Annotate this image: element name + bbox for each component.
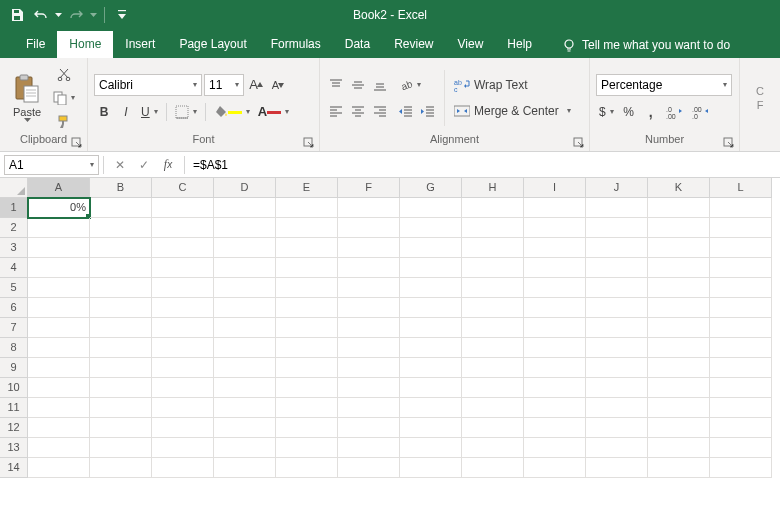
cell[interactable] (400, 258, 462, 278)
format-painter-button[interactable] (50, 112, 78, 132)
column-header[interactable]: K (648, 178, 710, 198)
cell[interactable] (152, 258, 214, 278)
cell[interactable] (152, 358, 214, 378)
cell[interactable] (400, 378, 462, 398)
cell[interactable] (28, 238, 90, 258)
cell[interactable] (710, 198, 772, 218)
cell[interactable] (28, 338, 90, 358)
cell[interactable] (710, 378, 772, 398)
column-header[interactable]: F (338, 178, 400, 198)
cell[interactable] (276, 318, 338, 338)
cell[interactable] (28, 458, 90, 478)
row-header[interactable]: 2 (0, 218, 28, 238)
cell[interactable] (710, 258, 772, 278)
align-left-button[interactable] (326, 101, 346, 121)
increase-decimal-button[interactable]: .0.00 (663, 102, 687, 122)
cell[interactable] (152, 378, 214, 398)
row-header[interactable]: 13 (0, 438, 28, 458)
increase-indent-button[interactable] (418, 101, 438, 121)
cell[interactable] (400, 458, 462, 478)
italic-button[interactable]: I (116, 102, 136, 122)
column-header[interactable]: A (28, 178, 90, 198)
cell[interactable] (90, 398, 152, 418)
cell[interactable] (648, 338, 710, 358)
cell[interactable] (214, 438, 276, 458)
cell[interactable] (524, 298, 586, 318)
bold-button[interactable]: B (94, 102, 114, 122)
cell[interactable] (524, 258, 586, 278)
increase-font-button[interactable]: A (246, 75, 266, 95)
cell[interactable] (276, 218, 338, 238)
cell[interactable] (524, 278, 586, 298)
cell[interactable] (648, 238, 710, 258)
qat-customize-dropdown[interactable] (111, 3, 133, 27)
cell[interactable] (648, 378, 710, 398)
row-header[interactable]: 11 (0, 398, 28, 418)
merge-center-button[interactable]: Merge & Center▾ (451, 101, 581, 121)
cell[interactable] (28, 398, 90, 418)
cell[interactable] (648, 358, 710, 378)
cell[interactable] (338, 358, 400, 378)
cell[interactable] (28, 418, 90, 438)
cell[interactable] (524, 358, 586, 378)
cell[interactable] (462, 238, 524, 258)
cell[interactable] (338, 378, 400, 398)
cell[interactable] (338, 458, 400, 478)
cell[interactable] (338, 198, 400, 218)
row-header[interactable]: 1 (0, 198, 28, 218)
cell[interactable] (90, 338, 152, 358)
cell[interactable] (152, 318, 214, 338)
row-header[interactable]: 9 (0, 358, 28, 378)
font-size-input[interactable] (209, 78, 231, 92)
cell[interactable]: 0% (28, 198, 90, 218)
cell[interactable] (462, 418, 524, 438)
cell[interactable] (90, 298, 152, 318)
cell[interactable] (524, 458, 586, 478)
cell[interactable] (586, 318, 648, 338)
cell[interactable] (214, 218, 276, 238)
alignment-launcher-icon[interactable] (573, 137, 585, 149)
cell[interactable] (586, 458, 648, 478)
cell[interactable] (524, 238, 586, 258)
cell[interactable] (462, 398, 524, 418)
cell[interactable] (524, 338, 586, 358)
cell[interactable] (276, 458, 338, 478)
cell[interactable] (400, 418, 462, 438)
cell[interactable] (214, 338, 276, 358)
cell[interactable] (586, 338, 648, 358)
select-all-button[interactable] (0, 178, 28, 198)
cell[interactable] (214, 358, 276, 378)
cell[interactable] (400, 338, 462, 358)
cell[interactable] (462, 218, 524, 238)
cell[interactable] (400, 198, 462, 218)
column-header[interactable]: D (214, 178, 276, 198)
cell[interactable] (710, 438, 772, 458)
cell[interactable] (462, 318, 524, 338)
number-launcher-icon[interactable] (723, 137, 735, 149)
row-header[interactable]: 12 (0, 418, 28, 438)
column-header[interactable]: B (90, 178, 152, 198)
tab-page-layout[interactable]: Page Layout (167, 31, 258, 58)
cell[interactable] (586, 298, 648, 318)
cell[interactable] (276, 198, 338, 218)
enter-formula-button[interactable]: ✓ (132, 153, 156, 177)
cell[interactable] (214, 458, 276, 478)
cell[interactable] (648, 318, 710, 338)
cell[interactable] (710, 418, 772, 438)
column-header[interactable]: C (152, 178, 214, 198)
cell[interactable] (462, 258, 524, 278)
cell[interactable] (586, 218, 648, 238)
font-launcher-icon[interactable] (303, 137, 315, 149)
cell[interactable] (28, 278, 90, 298)
cell[interactable] (276, 258, 338, 278)
cell[interactable] (648, 398, 710, 418)
tab-help[interactable]: Help (495, 31, 544, 58)
cell[interactable] (648, 278, 710, 298)
cell[interactable] (710, 238, 772, 258)
cell[interactable] (90, 318, 152, 338)
cell[interactable] (710, 318, 772, 338)
cell[interactable] (214, 258, 276, 278)
conditional-formatting-hint[interactable]: CF (756, 85, 764, 111)
cell[interactable] (90, 278, 152, 298)
wrap-text-button[interactable]: abc Wrap Text (451, 75, 571, 95)
